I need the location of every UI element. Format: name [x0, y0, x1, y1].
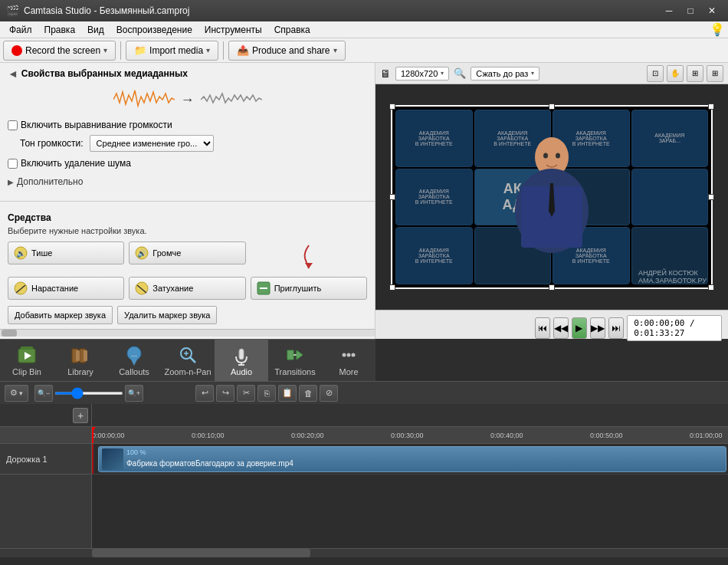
additional-expand[interactable]: ▶ Дополнительно — [8, 173, 367, 190]
quieter-button[interactable]: 🔉 Тише — [8, 241, 124, 264]
zoom-chevron-icon: ▾ — [531, 70, 534, 77]
cut-button[interactable]: ✂ — [237, 385, 255, 402]
add-marker-button[interactable]: Добавить маркер звука — [8, 306, 113, 324]
resize-handle-lm[interactable] — [389, 194, 395, 200]
panel-title: Свойства выбранных медиаданных — [21, 68, 188, 79]
remove-marker-button[interactable]: Удалить маркер звука — [117, 306, 217, 324]
copy-button[interactable]: ⎘ — [257, 385, 276, 402]
track-content: 0:00:00;00 0:00:10;00 0:00:20;00 0:00:30… — [92, 404, 728, 548]
import-media-button[interactable]: 📁 Import media ▾ — [126, 41, 218, 61]
properties-panel: ◄ Свойства выбранных медиаданных → Включ… — [0, 63, 375, 195]
add-track-button[interactable]: + — [73, 408, 88, 423]
produce-label: Produce and share — [252, 45, 330, 56]
tab-callouts-label: Callouts — [119, 367, 149, 376]
grow-button[interactable]: Нарастание — [8, 277, 124, 300]
skip-to-end-button[interactable]: ⏭ — [608, 317, 624, 339]
magnify-icon: 🔍 — [454, 67, 466, 79]
resize-handle-bl[interactable] — [389, 284, 395, 291]
resize-handle-tr[interactable] — [708, 103, 714, 110]
play-button[interactable]: ▶ — [572, 317, 587, 339]
mute-button[interactable]: Приглушить — [251, 277, 367, 300]
vol-tone-select[interactable]: Среднее изменение гро... — [90, 135, 214, 152]
clip-percent: 100 % — [126, 448, 146, 456]
resize-handle-br[interactable] — [708, 284, 714, 291]
louder-button[interactable]: 🔊 Громче — [129, 241, 245, 264]
menu-playback[interactable]: Воспроизведение — [110, 23, 198, 37]
right-panel: 🖥 1280x720 ▾ 🔍 Сжать до раз ▾ ⊡ ✋ ⊞ ⊞ — [375, 63, 728, 339]
tab-clip-bin[interactable]: Clip Bin — [0, 340, 54, 382]
svg-rect-30 — [239, 349, 244, 360]
library-icon — [70, 344, 91, 366]
skip-to-start-button[interactable]: ⏮ — [535, 317, 550, 339]
callouts-icon: ... — [123, 344, 145, 366]
timeline-horizontal-scrollbar[interactable] — [0, 548, 728, 557]
svg-rect-17 — [21, 347, 33, 350]
settings-button[interactable]: ⚙ ▾ — [5, 385, 28, 402]
ruler-mark-30: 0:00:30;00 — [391, 432, 424, 439]
dimension-value: 1280x720 — [401, 69, 438, 78]
svg-marker-33 — [287, 350, 293, 360]
split-button[interactable]: ⊘ — [320, 385, 338, 402]
menu-edit[interactable]: Правка — [38, 23, 82, 37]
tools-desc: Выберите нужные настройки звука. — [8, 226, 367, 235]
left-scroll-thumb[interactable] — [2, 330, 17, 337]
menu-help[interactable]: Справка — [268, 23, 316, 37]
produce-icon: 📤 — [237, 44, 249, 56]
track-1-label: Дорожка 1 — [0, 444, 91, 475]
svg-text:...: ... — [131, 350, 137, 358]
tab-library[interactable]: Library — [54, 340, 107, 382]
record-label: Record the screen — [25, 45, 100, 56]
resize-handle-tm[interactable] — [549, 103, 555, 110]
fit-icon[interactable]: ⊡ — [647, 65, 664, 82]
menu-tools[interactable]: Инструменты — [198, 23, 268, 37]
menu-file[interactable]: Файл — [3, 23, 38, 37]
logo-5: АКАДЕМИЯЗАРАБОТКАВ ИНТЕРНЕТЕ — [395, 169, 473, 226]
fade-icon — [134, 281, 149, 296]
resize-handle-tl[interactable] — [389, 103, 395, 110]
svg-text:🔊: 🔊 — [137, 248, 147, 258]
delete-button[interactable]: 🗑 — [299, 385, 317, 402]
grid-icon-1[interactable]: ⊞ — [687, 65, 703, 82]
zoom-display[interactable]: Сжать до раз ▾ — [471, 67, 539, 80]
record-screen-button[interactable]: Record the screen ▾ — [3, 41, 116, 61]
tab-audio[interactable]: Audio — [215, 340, 268, 382]
menu-view[interactable]: Вид — [81, 23, 110, 37]
back-arrow-icon[interactable]: ◄ — [8, 67, 18, 80]
svg-point-14 — [543, 153, 548, 159]
tab-more[interactable]: More — [322, 340, 375, 382]
left-panel-scrollbar[interactable] — [0, 329, 375, 337]
video-frame: АКАДЕМИЯЗАРАБОТКАВ ИНТЕРНЕТЕ АКАДЕМИЯЗАР… — [391, 105, 713, 289]
toolbar-separator-2 — [223, 41, 224, 60]
noise-remove-checkbox[interactable] — [8, 159, 18, 169]
time-display: 0:00:00;00 / 0:01:33:27 — [627, 315, 722, 341]
tab-transitions[interactable]: Transitions — [268, 340, 322, 382]
hand-icon[interactable]: ✋ — [667, 65, 684, 82]
redo-button[interactable]: ↪ — [216, 385, 234, 402]
logo-1: АКАДЕМИЯЗАРАБОТКАВ ИНТЕРНЕТЕ — [395, 110, 473, 167]
undo-button[interactable]: ↩ — [195, 385, 214, 402]
rewind-button[interactable]: ◀◀ — [553, 317, 569, 339]
resize-handle-bm[interactable] — [549, 284, 555, 291]
video-clip[interactable]: 100 % Фабрика форматовБлагодарю за довер… — [98, 446, 726, 472]
produce-share-button[interactable]: 📤 Produce and share ▾ — [228, 41, 345, 61]
tab-zoom-pan[interactable]: Zoom-n-Pan — [161, 340, 215, 382]
settings-arrow-icon: ▾ — [19, 389, 23, 397]
minimize-button[interactable]: ─ — [659, 3, 679, 18]
toolbar-separator-1 — [120, 41, 121, 60]
zoom-in-button[interactable]: 🔍+ — [125, 385, 143, 402]
fast-forward-button[interactable]: ▶▶ — [590, 317, 605, 339]
h-scrollbar-thumb[interactable] — [92, 549, 310, 557]
noise-remove-row: Включить удаление шума — [8, 158, 367, 169]
resize-handle-rm[interactable] — [708, 194, 714, 200]
close-button[interactable]: ✕ — [702, 3, 722, 18]
zoom-value: Сжать до раз — [476, 69, 528, 78]
maximize-button[interactable]: □ — [680, 3, 700, 18]
paste-button[interactable]: 📋 — [278, 385, 297, 402]
volume-normalize-checkbox[interactable] — [8, 120, 18, 130]
grid-icon-2[interactable]: ⊞ — [707, 65, 723, 82]
tab-callouts[interactable]: ... Callouts — [107, 340, 161, 382]
timeline-zoom-slider[interactable] — [54, 392, 123, 395]
waveform-before — [113, 86, 175, 113]
fade-button[interactable]: Затухание — [129, 277, 245, 300]
zoom-out-button[interactable]: 🔍− — [34, 385, 53, 402]
